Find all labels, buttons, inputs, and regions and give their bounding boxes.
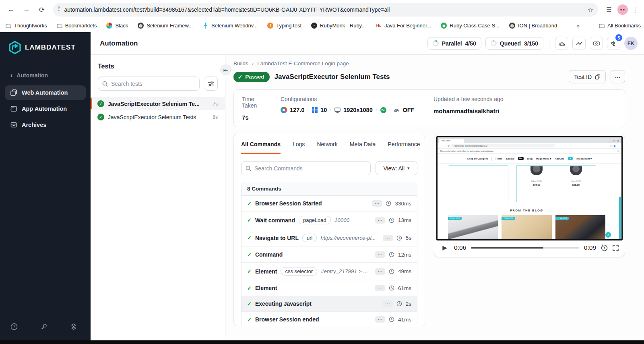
queued-label: Queued (500, 40, 521, 47)
test-id-button[interactable]: Test ID (569, 70, 606, 83)
integrations-icon-button[interactable] (590, 37, 603, 50)
tests-search-box[interactable] (98, 77, 200, 91)
more-actions-button[interactable]: ⋯ (611, 70, 625, 83)
bookmark-star-icon[interactable]: ☆ (588, 6, 593, 14)
tab-meta-data[interactable]: Meta Data (350, 134, 376, 154)
row-more-icon[interactable]: ⋯ (375, 316, 385, 323)
bookmarks-overflow-icon[interactable]: » (576, 23, 580, 29)
view-filter-dropdown[interactable]: View: All ▾ (376, 161, 417, 175)
key-icon[interactable] (40, 323, 47, 330)
header-divider (549, 38, 549, 49)
command-row[interactable]: ✓ Navigate to URL url https://ecommerce-… (242, 229, 417, 247)
playback-speed-icon[interactable] (601, 245, 608, 251)
help-icon[interactable]: ? (10, 323, 18, 330)
command-row[interactable]: ✓ Command ⋯12ms (242, 247, 417, 263)
clock-icon (396, 235, 402, 241)
row-more-icon[interactable]: ⋯ (372, 200, 382, 207)
lambdatest-logo-icon (9, 41, 21, 54)
command-value: #entry_217991 > ... (321, 268, 368, 274)
screen-bottom-bar (0, 340, 644, 344)
command-row[interactable]: ✓ Browser Session ended ⋯41ms (242, 312, 417, 326)
clock-icon (389, 218, 394, 223)
row-more-icon[interactable]: ⋯ (375, 285, 385, 291)
bookmark-slack[interactable]: Slack (106, 23, 128, 29)
typing-test-icon: I (267, 23, 273, 29)
test-detail-panel: Builds › LambdaTest E-Commerce Login pag… (225, 55, 644, 344)
browser-menu-icon[interactable]: ⋮ (630, 6, 640, 14)
insights-icon-button[interactable] (555, 37, 568, 50)
forward-icon[interactable]: → (20, 3, 33, 16)
layers-icon[interactable] (70, 323, 77, 330)
command-row[interactable]: ✓ Element css selector #entry_217991 > .… (242, 263, 417, 280)
tests-filter-button[interactable] (204, 77, 218, 91)
queued-usage-pill[interactable]: Queued 3/150 (485, 37, 543, 50)
row-more-icon[interactable]: ⋯ (383, 300, 393, 307)
mini-scrollbar (619, 197, 621, 240)
bookmark-selenium-framework[interactable]: ◍Selenium Framew... (138, 23, 193, 29)
bookmark-ruby-class[interactable]: ◆Ruby Class Case S... (441, 23, 500, 29)
user-avatar[interactable]: FK (624, 37, 638, 50)
commands-search-input[interactable] (254, 165, 366, 172)
test-name: JavaScriptExecutor Selenium Te... (108, 101, 200, 107)
bookmark-rubymonk[interactable]: ·RubyMonk - Ruby... (311, 23, 366, 29)
globe-icon: ◍ (138, 23, 144, 29)
sidebar-item-app-automation[interactable]: App Automation (5, 102, 86, 116)
commands-search-box[interactable] (241, 161, 371, 175)
notification-badge: 5 (615, 34, 622, 41)
reload-icon[interactable]: ⟳ (35, 3, 48, 16)
bookmark-ion[interactable]: ◍ION | Broadband (509, 23, 557, 29)
announcements-icon-button[interactable]: 5 (607, 37, 620, 50)
parallel-value: 4/50 (465, 40, 476, 47)
reading-list-icon[interactable]: ☰ (603, 6, 615, 13)
back-icon[interactable]: ← (5, 3, 18, 16)
command-row[interactable]: ✓ Browser Session Started ⋯330ms (242, 196, 417, 211)
video-progress-track[interactable] (471, 247, 579, 249)
test-list-item[interactable]: ✓ JavaScriptExecutor Selenium Tests 8s (91, 110, 225, 124)
row-more-icon[interactable]: ⋯ (375, 251, 385, 258)
site-settings-icon[interactable]: º‐ (58, 8, 60, 12)
fullscreen-icon[interactable] (613, 245, 619, 251)
command-name: Browser Session ended (255, 316, 319, 323)
row-more-icon[interactable]: ⋯ (383, 235, 393, 241)
parallel-usage-pill[interactable]: Parallel 4/50 (427, 37, 481, 50)
breadcrumb-builds[interactable]: Builds (233, 60, 248, 66)
lambdatest-logo[interactable]: LAMBDATEST (0, 32, 91, 54)
row-more-icon[interactable]: ⋯ (375, 268, 385, 275)
automation-notice: Chrome is being controlled by automated … (440, 150, 493, 152)
sidebar-item-label: Archives (22, 122, 46, 128)
command-row[interactable]: ✓ Wait command pageLoad 10000 ⋯13ms (242, 211, 417, 229)
bookmark-label: ION | Broadband (518, 23, 557, 29)
test-video-player: Your Store– ▢ ✕ ←→⟳ ecommerce-playground… (434, 134, 625, 257)
bookmark-java[interactable]: HLJava For Beginner... (376, 23, 431, 29)
tab-all-commands[interactable]: All Commands (241, 134, 281, 154)
command-row[interactable]: ✓ Element ⋯61ms (242, 280, 417, 296)
url-text[interactable]: automation.lambdatest.com/test?build=349… (64, 6, 583, 13)
all-bookmarks-button[interactable]: All Bookmarks (599, 23, 641, 29)
browser-profile-avatar[interactable]: ●● (617, 4, 628, 15)
tab-network[interactable]: Network (317, 134, 337, 154)
bookmark-selenium-webdriver[interactable]: ╀Selenium Webdriv... (202, 23, 258, 29)
tests-search-input[interactable] (111, 81, 195, 87)
bookmarks-bar: Thoughtworks Bookmarklets Slack ◍Seleniu… (0, 19, 644, 32)
video-frame[interactable]: Your Store– ▢ ✕ ←→⟳ ecommerce-playground… (436, 136, 623, 240)
collapse-panel-button[interactable]: ⇤ (220, 64, 231, 75)
play-button[interactable]: ▶ (440, 244, 449, 251)
bookmark-bookmarklets[interactable]: Bookmarklets (57, 23, 97, 29)
command-row-selected[interactable]: ✓ Executing Javascript ⋯2s (242, 296, 417, 312)
sidebar-section-automation[interactable]: ‹ Automation (0, 54, 91, 79)
tab-performance[interactable]: Performance (388, 134, 420, 154)
sidebar-item-archives[interactable]: Archives (5, 118, 86, 132)
command-badge: css selector (281, 267, 317, 276)
breadcrumb-build-name[interactable]: LambdaTest E-Commerce Login page (257, 60, 349, 66)
address-bar[interactable]: º‐ automation.lambdatest.com/test?build=… (53, 3, 598, 17)
row-more-icon[interactable]: ⋯ (375, 217, 385, 224)
tab-logs[interactable]: Logs (293, 134, 305, 154)
bookmark-thoughtworks[interactable]: Thoughtworks (6, 23, 47, 29)
sidebar: LAMBDATEST ‹ Automation Web Automation A… (0, 32, 91, 344)
bookmark-typing-test[interactable]: ITyping test (267, 23, 301, 29)
current-time: 0:06 (454, 244, 466, 251)
sidebar-item-web-automation[interactable]: Web Automation (5, 85, 86, 100)
analytics-icon-button[interactable] (572, 37, 586, 50)
test-list-item[interactable]: ✓ JavaScriptExecutor Selenium Te... 7s (91, 97, 225, 110)
resolution-icon (334, 108, 341, 113)
